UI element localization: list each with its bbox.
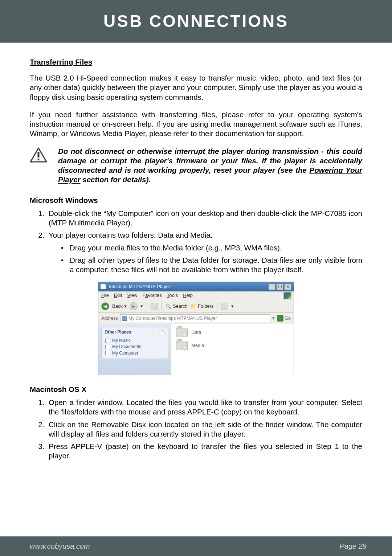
header-bar: USB Connections [0, 0, 392, 43]
address-label: Address [101, 315, 118, 321]
warning-block: Do not disconnect or otherwise interrupt… [30, 147, 362, 185]
window-controls: _ ☐ ✕ [268, 283, 291, 290]
section-transferring-files: Transferring Files [30, 57, 362, 67]
side-panel: Other Places ⌃ My Music My Documents My … [98, 324, 171, 375]
list-item: Drag your media files to the Media folde… [61, 243, 362, 253]
minimize-icon[interactable]: _ [268, 283, 275, 290]
heading-macintosh: Macintosh OS X [30, 385, 362, 394]
side-heading: Other Places [105, 330, 131, 335]
app-icon [101, 284, 106, 289]
footer-url: www.cobyusa.com [30, 542, 90, 551]
maximize-icon[interactable]: ☐ [276, 283, 283, 290]
list-item: Open a finder window. Located the files … [46, 398, 362, 417]
list-item: Double-click the “My Computer” icon on y… [46, 209, 362, 228]
side-item-documents[interactable]: My Documents [105, 344, 165, 350]
music-icon [105, 339, 110, 343]
close-icon[interactable]: ✕ [284, 283, 291, 290]
menu-help[interactable]: Help [183, 293, 193, 299]
warning-text-post: section for details). [81, 175, 151, 184]
menu-view[interactable]: View [127, 293, 137, 299]
page-title: USB Connections [103, 11, 289, 31]
folder-icon [176, 341, 188, 350]
warning-icon [30, 147, 52, 165]
explorer-screenshot: Telechips MTP/JANUS Player _ ☐ ✕ File Ed… [30, 282, 362, 375]
windows-steps: Double-click the “My Computer” icon on y… [30, 209, 362, 274]
window-title: Telechips MTP/JANUS Player [108, 284, 170, 290]
step-text: Your player contains two folders: Data a… [49, 231, 213, 239]
views-icon[interactable] [221, 303, 228, 310]
address-dropdown-icon[interactable]: ▾ [272, 315, 275, 321]
menu-tools[interactable]: Tools [167, 293, 178, 299]
list-item: Click on the Removable Disk icon located… [46, 420, 362, 439]
go-button[interactable]: →Go [277, 315, 291, 322]
documents-icon [105, 345, 110, 349]
computer-icon [105, 351, 110, 355]
address-bar: Address My Computer\Telechips MTP/JANUS … [98, 313, 294, 324]
footer: www.cobyusa.com Page 29 [0, 536, 392, 556]
folder-label: Media [191, 343, 204, 349]
toolbar: ◀ Back ▾ ▶ ▾ 🔍 Search 📁 Folders ▾ [98, 300, 294, 313]
up-icon[interactable] [151, 303, 158, 310]
paragraph: If you need further assistance with tran… [30, 110, 362, 139]
svg-rect-0 [38, 152, 40, 158]
side-item-computer[interactable]: My Computer [105, 350, 165, 356]
list-item: Drag all other types of files to the Dat… [61, 255, 362, 274]
side-item-music[interactable]: My Music [105, 338, 165, 344]
menu-bar: File Edit View Favorites Tools Help [98, 291, 294, 300]
folder-icon [176, 328, 188, 337]
content: Transferring Files The USB 2.0 Hi-Speed … [0, 43, 392, 461]
menu-edit[interactable]: Edit [114, 293, 122, 299]
warning-text: Do not disconnect or otherwise interrupt… [52, 147, 362, 185]
forward-icon[interactable]: ▶ [130, 302, 138, 310]
list-item: Your player contains two folders: Data a… [46, 230, 362, 274]
footer-page: Page 29 [339, 542, 367, 551]
back-button[interactable]: Back ▾ [112, 303, 127, 310]
heading-microsoft-windows: Microsoft Windows [30, 196, 362, 205]
menu-favorites[interactable]: Favorites [142, 293, 162, 299]
folder-media[interactable]: Media [176, 341, 289, 350]
windows-flag-icon [283, 292, 291, 299]
folder-data[interactable]: Data [176, 328, 289, 337]
list-item: Press APPLE-V (paste) on the keyboard to… [46, 442, 362, 461]
mac-steps: Open a finder window. Located the files … [30, 398, 362, 461]
paragraph: The USB 2.0 Hi-Speed connection makes it… [30, 73, 362, 102]
window-titlebar: Telechips MTP/JANUS Player _ ☐ ✕ [98, 282, 294, 291]
address-input[interactable]: My Computer\Telechips MTP/JANUS Player [120, 314, 270, 322]
windows-substeps: Drag your media files to the Media folde… [49, 243, 362, 275]
folder-label: Data [191, 330, 201, 336]
window-body: Other Places ⌃ My Music My Documents My … [98, 324, 294, 375]
folders-button[interactable]: 📁 Folders [191, 303, 213, 310]
search-button[interactable]: 🔍 Search [166, 303, 188, 310]
address-path: My Computer\Telechips MTP/JANUS Player [128, 315, 217, 321]
menu-file[interactable]: File [101, 293, 109, 299]
device-icon [122, 316, 127, 321]
svg-rect-1 [38, 159, 40, 160]
collapse-icon[interactable]: ⌃ [159, 330, 165, 335]
main-pane: Data Media [171, 324, 294, 375]
explorer-window: Telechips MTP/JANUS Player _ ☐ ✕ File Ed… [98, 282, 294, 375]
other-places-panel: Other Places ⌃ My Music My Documents My … [101, 327, 168, 359]
back-icon[interactable]: ◀ [101, 302, 109, 310]
